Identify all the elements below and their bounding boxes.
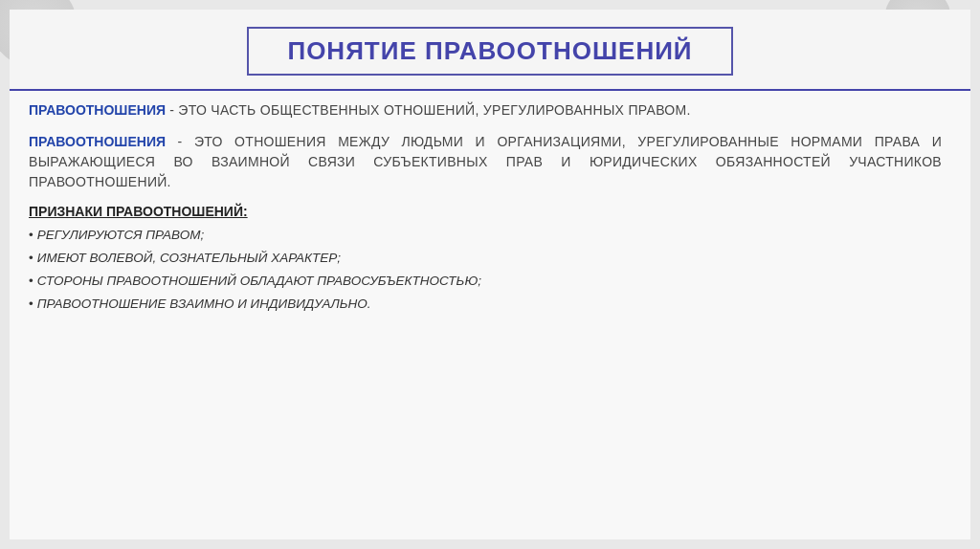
sign-item-2: •ИМЕЮТ ВОЛЕВОЙ, СОЗНАТЕЛЬНЫЙ ХАРАКТЕР;	[29, 250, 942, 268]
term-1: ПРАВООТНОШЕНИЯ	[29, 102, 166, 118]
bullet-2: •	[29, 251, 33, 265]
sign-text-4: ПРАВООТНОШЕНИЕ ВЗАИМНО И ИНДИВИДУАЛЬНО.	[37, 296, 371, 311]
term-2: ПРАВООТНОШЕНИЯ	[29, 134, 166, 149]
bullet-1: •	[29, 228, 33, 242]
sign-item-4: •ПРАВООТНОШЕНИЕ ВЗАИМНО И ИНДИВИДУАЛЬНО.	[29, 296, 942, 314]
sign-item-3: •СТОРОНЫ ПРАВООТНОШЕНИЙ ОБЛАДАЮТ ПРАВОСУ…	[29, 273, 942, 291]
signs-section: ПРИЗНАКИ ПРАВООТНОШЕНИЙ: •РЕГУЛИРУЮТСЯ П…	[29, 204, 942, 314]
definition-text-1: ЭТО ЧАСТЬ ОБЩЕСТВЕННЫХ ОТНОШЕНИЙ, УРЕГУЛ…	[178, 102, 690, 118]
bullet-4: •	[29, 296, 33, 311]
definition-2: ПРАВООТНОШЕНИЯ - ЭТО ОТНОШЕНИЯ МЕЖДУ ЛЮД…	[29, 132, 942, 192]
bullet-3: •	[29, 274, 33, 288]
page-title: ПОНЯТИЕ ПРАВООТНОШЕНИЙ	[287, 36, 692, 65]
content-section: ПРАВООТНОШЕНИЯ - ЭТО ЧАСТЬ ОБЩЕСТВЕННЫХ …	[10, 89, 970, 539]
sign-text-2: ИМЕЮТ ВОЛЕВОЙ, СОЗНАТЕЛЬНЫЙ ХАРАКТЕР;	[37, 251, 341, 265]
separator-1: -	[166, 102, 178, 118]
sign-text-3: СТОРОНЫ ПРАВООТНОШЕНИЙ ОБЛАДАЮТ ПРАВОСУБ…	[37, 274, 481, 288]
sign-text-1: РЕГУЛИРУЮТСЯ ПРАВОМ;	[37, 228, 204, 242]
sign-item-1: •РЕГУЛИРУЮТСЯ ПРАВОМ;	[29, 227, 942, 245]
main-container: ПОНЯТИЕ ПРАВООТНОШЕНИЙ ПРАВООТНОШЕНИЯ - …	[10, 10, 970, 539]
signs-title: ПРИЗНАКИ ПРАВООТНОШЕНИЙ:	[29, 204, 942, 219]
separator-2: -	[166, 134, 194, 149]
definition-1: ПРАВООТНОШЕНИЯ - ЭТО ЧАСТЬ ОБЩЕСТВЕННЫХ …	[29, 100, 942, 121]
title-section: ПОНЯТИЕ ПРАВООТНОШЕНИЙ	[10, 10, 970, 89]
title-box: ПОНЯТИЕ ПРАВООТНОШЕНИЙ	[247, 27, 732, 76]
